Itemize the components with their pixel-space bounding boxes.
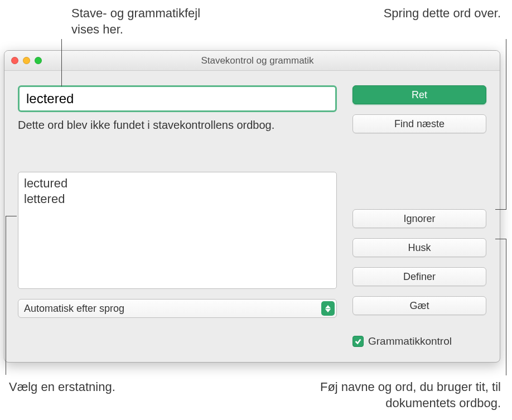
ignore-button-label: Ignorer — [403, 213, 435, 225]
error-explanation: Dette ord blev ikke fundet i stavekontro… — [18, 118, 297, 133]
ignore-button[interactable]: Ignorer — [352, 209, 486, 228]
define-button[interactable]: Definer — [352, 267, 486, 286]
dialog-title: Stavekontrol og grammatik — [15, 55, 500, 66]
language-select[interactable]: Automatisk efter sprog — [18, 299, 337, 318]
error-word-text: lectered — [26, 91, 74, 107]
callout-bottom-left: Vælg en erstatning. — [9, 379, 120, 395]
titlebar: Stavekontrol og grammatik — [4, 51, 500, 71]
suggestion-item[interactable]: lettered — [24, 191, 331, 207]
learn-button-label: Husk — [408, 242, 431, 254]
find-next-button-label: Find næste — [394, 118, 445, 130]
spelling-grammar-dialog: Stavekontrol og grammatik lectered Dette… — [4, 50, 500, 363]
define-button-label: Definer — [403, 271, 436, 283]
language-select-value: Automatisk efter sprog — [24, 303, 124, 315]
grammar-check-label: Grammatikkontrol — [368, 335, 452, 347]
error-word-field[interactable]: lectered — [18, 85, 337, 112]
learn-button[interactable]: Husk — [352, 238, 486, 257]
guess-button-label: Gæt — [409, 300, 429, 312]
callout-top-right: Spring dette ord over. — [356, 6, 501, 22]
callout-top-left: Stave- og grammatikfejl vises her. — [71, 6, 228, 37]
guess-button[interactable]: Gæt — [352, 296, 486, 315]
callout-bottom-right: Føj navne og ord, du bruger tit, til dok… — [261, 379, 501, 411]
suggestion-item[interactable]: lectured — [24, 176, 331, 191]
suggestion-list[interactable]: lecturedlettered — [18, 172, 337, 289]
correct-button-label: Ret — [412, 89, 427, 101]
grammar-check-checkbox[interactable] — [352, 336, 364, 347]
correct-button[interactable]: Ret — [352, 85, 486, 104]
find-next-button[interactable]: Find næste — [352, 114, 486, 133]
chevron-updown-icon — [321, 301, 335, 316]
